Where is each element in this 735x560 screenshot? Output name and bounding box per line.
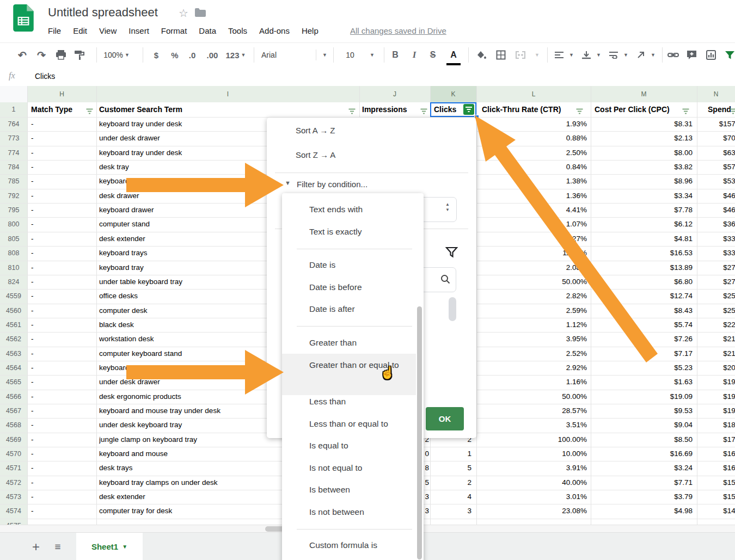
cell-match-type[interactable]: -: [31, 461, 91, 475]
cell-match-type[interactable]: -: [31, 390, 91, 404]
cell-match-type[interactable]: -: [31, 189, 91, 203]
cell-match-type[interactable]: -: [31, 361, 91, 375]
values-list-scrollbar-thumb[interactable]: [449, 297, 456, 321]
filter-by-condition-expander-icon[interactable]: ▼: [285, 180, 291, 186]
row-number[interactable]: 792: [0, 189, 27, 203]
cell-spend[interactable]: $14.9: [697, 504, 735, 518]
cell-cpc[interactable]: $12.74: [593, 289, 693, 303]
cell-ctr[interactable]: 1.38%: [479, 174, 587, 188]
row-number[interactable]: 4571: [0, 461, 27, 475]
column-header-L[interactable]: L: [476, 86, 591, 102]
cell-spend[interactable]: $17.0: [697, 433, 735, 447]
row-number[interactable]: 808: [0, 246, 27, 260]
column-title-match-type[interactable]: Match Type: [31, 102, 85, 117]
cell-ctr[interactable]: 0.88%: [479, 131, 587, 145]
cell-cpc[interactable]: $2.13: [593, 131, 693, 145]
row-number[interactable]: 4566: [0, 390, 27, 404]
cell-ctr[interactable]: 11.76%: [479, 246, 587, 260]
cell-spend[interactable]: $21.7: [697, 332, 735, 346]
row-number[interactable]: 800: [0, 217, 27, 231]
cell-spend[interactable]: $46.7: [697, 189, 735, 203]
cell-spend[interactable]: $19.0: [697, 390, 735, 404]
cell-spend[interactable]: $25.3: [697, 304, 735, 318]
cell-ctr[interactable]: 3.91%: [479, 461, 587, 475]
cell-ctr[interactable]: 28.57%: [479, 404, 587, 418]
cell-match-type[interactable]: -: [31, 246, 91, 260]
cell-cpc[interactable]: $16.53: [593, 246, 693, 260]
column-title-customer-search-term[interactable]: Customer Search Term: [99, 102, 347, 117]
header-filter-icon[interactable]: [86, 107, 93, 113]
cell-spend[interactable]: $19.5: [697, 375, 735, 389]
cell-ctr[interactable]: 50.00%: [479, 275, 587, 289]
row-number[interactable]: 4568: [0, 418, 27, 432]
cell-match-type[interactable]: -: [31, 146, 91, 160]
row-number[interactable]: 810: [0, 261, 27, 275]
row-number-1[interactable]: 1: [0, 102, 27, 117]
cell-spend[interactable]: $27.2: [697, 275, 735, 289]
add-sheet-icon[interactable]: +: [27, 533, 45, 560]
cell-cpc[interactable]: $3.82: [593, 160, 693, 174]
cell-cpc[interactable]: $8.31: [593, 117, 693, 131]
cell-cpc[interactable]: $5.23: [593, 361, 693, 375]
cell-match-type[interactable]: -: [31, 203, 91, 217]
cell-ctr[interactable]: 4.41%: [479, 203, 587, 217]
cell-match-type[interactable]: -: [31, 261, 91, 275]
cell-spend[interactable]: $70.1: [697, 131, 735, 145]
header-filter-icon[interactable]: [682, 107, 689, 113]
cell-spend[interactable]: $46.6: [697, 203, 735, 217]
cell-ctr[interactable]: 2.50%: [479, 146, 587, 160]
cell-spend[interactable]: $21.5: [697, 347, 735, 361]
cell-ctr[interactable]: 1.07%: [479, 217, 587, 231]
cell-match-type[interactable]: -: [31, 304, 91, 318]
cell-spend[interactable]: $16.2: [697, 461, 735, 475]
header-filter-icon[interactable]: [348, 107, 356, 113]
cell-spend[interactable]: $33.6: [697, 232, 735, 246]
row-number[interactable]: 4574: [0, 504, 27, 518]
row-number[interactable]: 4564: [0, 361, 27, 375]
cell-spend[interactable]: $19.0: [697, 404, 735, 418]
row-number[interactable]: 784: [0, 160, 27, 174]
cell-ctr[interactable]: 1.16%: [479, 375, 587, 389]
condition-item-highlighted[interactable]: Greater than or equal to: [282, 354, 416, 395]
cell-cpc[interactable]: $8.00: [593, 146, 693, 160]
row-number[interactable]: 774: [0, 146, 27, 160]
cell-cpc[interactable]: $3.34: [593, 189, 693, 203]
condition-item-is-not-equal-to[interactable]: Is not equal to: [282, 457, 443, 479]
cell-match-type[interactable]: -: [31, 490, 91, 504]
column-header-M[interactable]: M: [591, 86, 697, 102]
cell-ctr[interactable]: 1.27%: [479, 232, 587, 246]
cell-match-type[interactable]: -: [31, 289, 91, 303]
column-header-I[interactable]: I: [96, 86, 359, 102]
row-number[interactable]: 795: [0, 203, 27, 217]
row-number[interactable]: 773: [0, 131, 27, 145]
cell-cpc[interactable]: $3.24: [593, 461, 693, 475]
cell-ctr[interactable]: 2.92%: [479, 361, 587, 375]
cell-cpc[interactable]: $7.71: [593, 476, 693, 490]
cell-spend[interactable]: $53.7: [697, 174, 735, 188]
cell-ctr[interactable]: 2.08%: [479, 261, 587, 275]
cell-spend[interactable]: $157.8: [697, 117, 735, 131]
cell-ctr[interactable]: 2.82%: [479, 289, 587, 303]
cell-spend[interactable]: $57.3: [697, 160, 735, 174]
cell-cpc[interactable]: $1.63: [593, 375, 693, 389]
header-filter-icon[interactable]: [576, 107, 583, 113]
cell-ctr[interactable]: 10.00%: [479, 447, 587, 461]
column-title-impressions[interactable]: Impressions: [362, 102, 419, 117]
cell-spend[interactable]: $16.6: [697, 447, 735, 461]
cell-cpc[interactable]: $9.04: [593, 418, 693, 432]
select-all-corner[interactable]: [0, 86, 28, 102]
column-header-H[interactable]: H: [27, 86, 96, 102]
sheet-tab[interactable]: Sheet1 ▼: [76, 533, 143, 560]
cell-spend[interactable]: $36.6: [697, 217, 735, 231]
cell-ctr[interactable]: 3.95%: [479, 332, 587, 346]
condition-item-date-is-before[interactable]: Date is before: [282, 276, 443, 299]
row-number[interactable]: 4562: [0, 332, 27, 346]
cell-ctr[interactable]: 50.00%: [479, 390, 587, 404]
cell-spend[interactable]: $22.9: [697, 318, 735, 332]
column-header-K[interactable]: K: [430, 86, 476, 102]
cell-ctr[interactable]: 3.51%: [479, 418, 587, 432]
condition-item-less-than[interactable]: Less than: [282, 391, 443, 413]
cell-cpc[interactable]: $8.43: [593, 304, 693, 318]
row-number[interactable]: 4570: [0, 447, 27, 461]
cell-match-type[interactable]: -: [31, 160, 91, 174]
